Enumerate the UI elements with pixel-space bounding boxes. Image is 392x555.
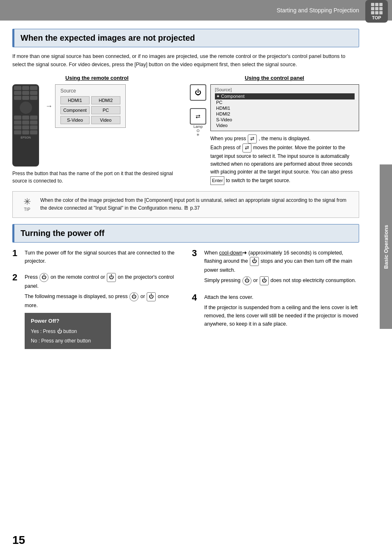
remote-btn (30, 116, 37, 120)
remote-btn (30, 130, 37, 134)
section1-title: When the expected images are not project… (21, 33, 353, 43)
panel-menu-and-caption: [Source] Component PC HDMI1 HDMI2 S-Vide… (210, 84, 359, 185)
panel-lamp-label: LampO✳ (190, 125, 206, 137)
remote-column: Using the remote control (12, 75, 182, 185)
step-1: 1 Turn the power off for the signal sour… (12, 249, 180, 267)
panel-source-inline-btn: ⇄ (248, 134, 257, 143)
remote-btn (30, 125, 37, 130)
grid-cell (375, 7, 378, 10)
remote-btn (14, 130, 21, 134)
step-1-content: Turn the power off for the signal source… (25, 249, 180, 267)
step-3-content: When cool-down➜ (approximately 16 second… (204, 249, 359, 287)
two-col-layout: Using the remote control (12, 75, 359, 185)
top-label: TOP (372, 15, 381, 20)
step-2: 2 Press ⏻ on the remote control or ⏻ on … (12, 273, 180, 349)
step-2-text: Press ⏻ on the remote control or ⏻ on th… (25, 273, 180, 290)
remote-illustration: EPSON (12, 84, 41, 166)
source-svideo: S-Video (60, 116, 90, 124)
grid-cell (371, 11, 374, 14)
grid-cell (371, 3, 374, 6)
remote-btn (30, 120, 37, 125)
remote-row6 (14, 125, 37, 130)
simply-panel-btn: ⏻ (260, 276, 269, 285)
source-pc-item: PC (215, 99, 355, 105)
side-tab: Basic Operations (380, 164, 392, 329)
power-off-box: Power Off? Yes : Press ⏻ button No : Pre… (25, 313, 111, 349)
step-2-number: 2 (12, 273, 21, 282)
panel-source-section: ⇄ LampO✳ (190, 108, 206, 137)
remote-area: EPSON → Source HDMI1 HDMI2 Component PC (12, 84, 182, 166)
source-popup-title: [Source] (215, 87, 355, 92)
panel-text1: When you press (210, 136, 247, 141)
tip-box: ✳ TIP When the color of the image projec… (12, 191, 359, 217)
top-icon-grid (371, 3, 383, 14)
remote-row4 (14, 116, 37, 120)
side-tab-label: Basic Operations (383, 225, 389, 269)
step-4-sub: If the projector is suspended from a cei… (204, 303, 359, 328)
power-off-no: No : Press any other button (31, 337, 105, 345)
remote-row3 (14, 96, 37, 100)
remote-btn (30, 96, 37, 100)
remote-caption: Press the button that has the name of th… (12, 170, 182, 185)
power-off-yes: Yes : Press ⏻ button (31, 328, 105, 335)
remote-row7 (14, 130, 37, 134)
section2-title: Turning the power off (21, 229, 353, 238)
tip-ref-icon: 🖹 (184, 205, 190, 211)
grid-cell (379, 11, 383, 14)
steps-two-col: 1 Turn the power off for the signal sour… (12, 249, 359, 355)
arrow-icon: → (45, 102, 53, 111)
remote-btn (14, 96, 21, 100)
remote-btn (22, 125, 30, 130)
source-menu-title: Source (60, 88, 120, 94)
power-circle-btn: ⏻ (39, 273, 48, 282)
section1-intro: If more than one signal source has been … (12, 52, 359, 69)
panel-area: ⏻ ⇄ LampO✳ [Source] Component PC HDMI1 H… (190, 84, 359, 185)
step-2-sub: The following message is displayed, so p… (25, 292, 180, 310)
remote-logo: EPSON (14, 136, 37, 139)
grid-cell (375, 11, 378, 14)
source-hdmi1-item: HDMI1 (215, 105, 355, 111)
page-number: 15 (12, 534, 25, 547)
panel-column: Using the control panel ⏻ ⇄ LampO✳ [Sour… (190, 75, 359, 185)
step-4-content: Attach the lens cover. If the projector … (204, 293, 359, 330)
panel-source-inline-btn2: ⇄ (242, 143, 251, 153)
step-3: 3 When cool-down➜ (approximately 16 seco… (192, 249, 359, 287)
source-component-item: Component (215, 93, 355, 99)
remote-btn (22, 130, 30, 134)
remote-btn (22, 91, 30, 95)
tip-icon-area: ✳ TIP (19, 197, 35, 212)
step-4: 4 Attach the lens cover. If the projecto… (192, 293, 359, 330)
remote-circle-pad (20, 102, 32, 114)
power-circle-btn2: ⏻ (129, 292, 138, 301)
step-3-sub: Simply pressing ⏻ or ⏻ does not stop ele… (204, 276, 359, 285)
source-bottom-row: S-Video Video (60, 116, 120, 124)
remote-row2 (14, 91, 37, 95)
source-menu: Source HDMI1 HDMI2 Component PC S-Video … (55, 84, 126, 128)
power-off-title: Power Off? (31, 317, 105, 326)
remote-top-btn1 (14, 86, 21, 90)
remote-btn (22, 116, 30, 120)
source-menu-area: → Source HDMI1 HDMI2 Component PC S-Vide… (45, 84, 126, 128)
tip-text: When the color of the image projected fr… (40, 197, 353, 212)
steps-right: 3 When cool-down➜ (approximately 16 seco… (192, 249, 359, 355)
top-icon: TOP (365, 0, 388, 23)
remote-col-heading: Using the remote control (12, 75, 182, 81)
step-4-title: Attach the lens cover. (204, 293, 359, 301)
remote-top-btn3 (30, 86, 37, 90)
panel-power-button: ⏻ (190, 84, 206, 101)
grid-cell (375, 3, 378, 6)
source-hdmi2-item: HDMI2 (215, 111, 355, 117)
step-1-number: 1 (12, 249, 21, 258)
remote-btn (14, 116, 21, 120)
section1-heading-box: When the expected images are not project… (12, 29, 359, 47)
power-panel-btn: ⏻ (107, 273, 116, 282)
panel-text4: to switch to the target source. (226, 178, 291, 183)
panel-illustration: ⏻ ⇄ LampO✳ (190, 84, 206, 137)
source-hdmi2: HDMI2 (91, 96, 120, 104)
step-2-content: Press ⏻ on the remote control or ⏻ on th… (25, 273, 180, 349)
remote-btn (14, 125, 21, 130)
simply-circle-btn: ⏻ (242, 276, 251, 285)
source-component: Component (60, 106, 90, 114)
source-svideo-item: S-Video (215, 117, 355, 123)
remote-body: EPSON (12, 84, 39, 166)
